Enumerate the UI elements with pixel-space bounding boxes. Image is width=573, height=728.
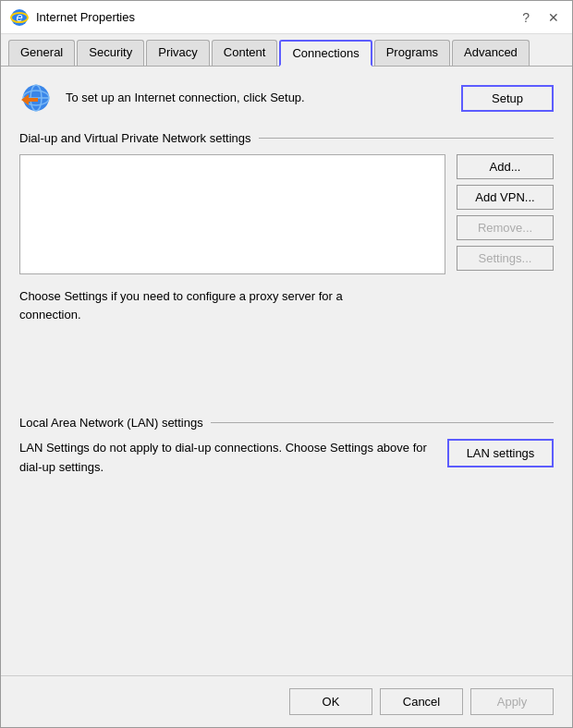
tab-bar: General Security Privacy Content Connect…	[1, 34, 572, 67]
help-button[interactable]: ?	[518, 9, 533, 26]
vpn-settings-button[interactable]: Settings...	[457, 246, 554, 271]
title-bar: e Internet Properties ? ✕	[1, 1, 572, 34]
tab-connections[interactable]: Connections	[279, 40, 372, 67]
lan-section-title: Local Area Network (LAN) settings	[19, 416, 203, 430]
title-bar-left: e Internet Properties	[10, 8, 135, 27]
tab-content[interactable]: Content	[212, 40, 278, 66]
tab-programs[interactable]: Programs	[374, 40, 450, 66]
lan-row: LAN Settings do not apply to dial-up con…	[19, 439, 554, 478]
setup-row: To set up an Internet connection, click …	[19, 81, 554, 115]
tab-security[interactable]: Security	[77, 40, 144, 66]
cancel-button[interactable]: Cancel	[380, 688, 463, 715]
proxy-description: Choose Settings if you need to configure…	[19, 287, 371, 323]
apply-button[interactable]: Apply	[470, 688, 554, 715]
app-icon: e	[10, 8, 29, 27]
lan-area: Local Area Network (LAN) settings LAN Se…	[19, 416, 554, 478]
lan-settings-button[interactable]: LAN settings	[447, 439, 554, 467]
lan-description: LAN Settings do not apply to dial-up con…	[19, 439, 436, 478]
tab-general[interactable]: General	[8, 40, 75, 66]
vpn-section-header: Dial-up and Virtual Private Network sett…	[19, 131, 554, 145]
window-title: Internet Properties	[36, 10, 135, 24]
vpn-buttons: Add... Add VPN... Remove... Settings...	[457, 154, 554, 274]
svg-text:e: e	[16, 10, 22, 24]
internet-properties-window: e Internet Properties ? ✕ General Securi…	[0, 0, 573, 728]
lan-section-header: Local Area Network (LAN) settings	[19, 416, 554, 430]
remove-button[interactable]: Remove...	[457, 215, 554, 240]
lan-section-line	[211, 422, 554, 423]
ok-button[interactable]: OK	[289, 688, 372, 715]
vpn-area: Add... Add VPN... Remove... Settings...	[19, 154, 554, 274]
title-bar-controls: ? ✕	[518, 9, 563, 26]
close-button[interactable]: ✕	[544, 9, 563, 26]
tab-privacy[interactable]: Privacy	[146, 40, 210, 66]
setup-description: To set up an Internet connection, click …	[66, 89, 448, 107]
setup-icon	[19, 81, 53, 115]
setup-button[interactable]: Setup	[461, 85, 554, 112]
vpn-section-title: Dial-up and Virtual Private Network sett…	[19, 131, 251, 145]
add-vpn-button[interactable]: Add VPN...	[457, 185, 554, 210]
main-content: To set up an Internet connection, click …	[1, 67, 572, 675]
tab-advanced[interactable]: Advanced	[452, 40, 530, 66]
add-button[interactable]: Add...	[457, 154, 554, 179]
vpn-section-line	[259, 138, 555, 139]
content-spacer	[19, 323, 554, 397]
vpn-list[interactable]	[19, 154, 445, 274]
bottom-bar: OK Cancel Apply	[1, 675, 572, 727]
